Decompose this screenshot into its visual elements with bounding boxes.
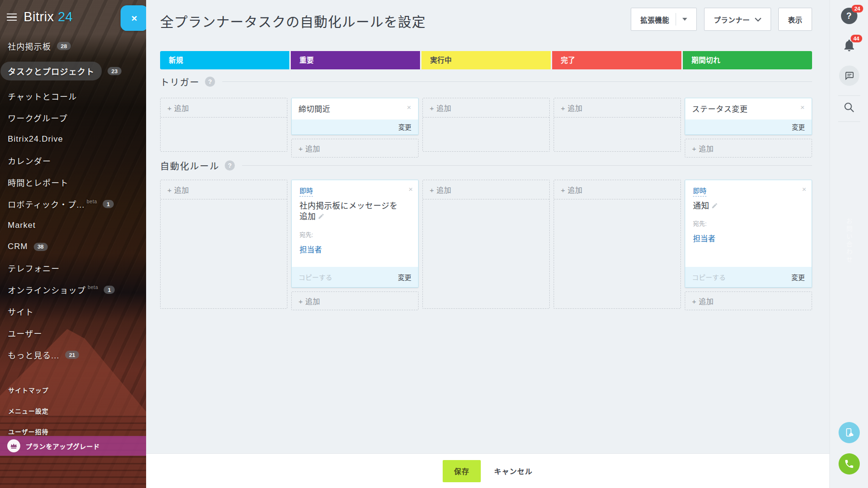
automation-grid: + 追加 × 即時 社内掲示板にメッセージを追加 宛先: 担当者 コピーする 変… xyxy=(160,180,812,309)
add-automation-button[interactable]: + 追加 xyxy=(161,180,287,199)
automation-section-header: 自動化ルール ? xyxy=(160,159,812,172)
counter-badge: 1 xyxy=(104,286,114,294)
sidebar: Bitrix 24 × 社内掲示板 28 タスクとプロジェクト 23 チャットと… xyxy=(0,0,146,488)
sidebar-item-workgroups[interactable]: ワークグループ xyxy=(0,107,146,129)
counter-badge: 28 xyxy=(57,42,71,50)
add-automation-button[interactable]: + 追加 xyxy=(554,180,680,199)
sidebar-item-sitemap[interactable]: サイトマップ xyxy=(0,380,146,400)
change-link[interactable]: 変更 xyxy=(792,122,805,132)
when-link[interactable]: 即時 xyxy=(693,185,706,197)
sidebar-item-calendar[interactable]: カレンダー xyxy=(0,150,146,171)
search-icon xyxy=(843,101,855,114)
rail-divider xyxy=(838,121,860,122)
upgrade-plan-button[interactable]: プランをアップグレード xyxy=(0,436,146,456)
chevron-down-icon xyxy=(755,17,761,22)
help-badge: 24 xyxy=(852,5,863,13)
kanban-status-headers: 新規 重要 実行中 完了 期間切れ xyxy=(160,51,812,69)
sidebar-item-market[interactable]: Market xyxy=(0,215,146,236)
sidebar-item-more[interactable]: もっと見る... 21 xyxy=(0,344,146,366)
add-automation-button[interactable]: + 追加 xyxy=(423,180,549,199)
help-icon[interactable]: ? xyxy=(205,77,215,87)
cancel-button[interactable]: キャンセル xyxy=(494,466,533,476)
mobile-app-button[interactable] xyxy=(839,422,860,443)
notifications-button[interactable]: 44 xyxy=(842,38,856,55)
sidebar-item-crm[interactable]: CRM 38 xyxy=(0,236,146,257)
assignee-link[interactable]: 担当者 xyxy=(693,233,716,243)
main-content: 全プランナータスクの自動化ルールを設定 拡張機能 プランナー 表示 新規 重要 … xyxy=(146,0,829,488)
trigger-column-important: 締切間近 × 変更 + 追加 xyxy=(291,98,419,158)
add-trigger-button[interactable]: + 追加 xyxy=(291,139,419,158)
sidebar-footer-nav: サイトマップ メニュー設定 ユーザー招待 xyxy=(0,380,146,442)
sidebar-item-rpa[interactable]: ロボティック・プ... beta 1 xyxy=(0,193,146,215)
close-icon: × xyxy=(131,13,137,24)
recipient-label: 宛先: xyxy=(299,230,410,239)
add-trigger-button[interactable]: + 追加 xyxy=(554,98,680,118)
sidebar-item-telephony[interactable]: テレフォニー xyxy=(0,257,146,279)
toolbar: 拡張機能 プランナー 表示 xyxy=(631,8,812,31)
change-link[interactable]: 変更 xyxy=(791,272,805,282)
close-icon[interactable]: × xyxy=(802,185,806,193)
automation-section-title: 自動化ルール xyxy=(160,159,219,172)
recipient-label: 宛先: xyxy=(693,219,804,228)
automation-column-new: + 追加 xyxy=(160,180,287,309)
trigger-card-title: ステータス変更 xyxy=(692,103,748,114)
status-column-in-progress: 実行中 xyxy=(421,51,551,69)
rail-divider xyxy=(838,95,860,96)
trigger-section-title: トリガー xyxy=(160,75,200,88)
close-icon[interactable]: × xyxy=(407,104,411,111)
when-link[interactable]: 即時 xyxy=(299,185,313,197)
help-button[interactable]: ? 24 xyxy=(841,8,857,24)
change-link[interactable]: 変更 xyxy=(398,122,411,132)
status-column-new: 新規 xyxy=(160,51,289,69)
chat-icon xyxy=(839,66,859,86)
trigger-column-overdue: ステータス変更 × 変更 + 追加 xyxy=(685,98,812,158)
automation-card: × 即時 通知 宛先: 担当者 コピーする 変更 xyxy=(685,180,812,288)
search-button[interactable] xyxy=(843,101,855,116)
status-column-overdue: 期間切れ xyxy=(683,51,812,69)
beta-tag: beta xyxy=(87,199,97,204)
sidebar-item-sites[interactable]: サイト xyxy=(0,301,146,322)
automation-card: × 即時 社内掲示板にメッセージを追加 宛先: 担当者 コピーする 変更 xyxy=(291,180,419,288)
edit-icon[interactable] xyxy=(711,201,718,211)
add-trigger-button[interactable]: + 追加 xyxy=(423,98,549,118)
page-title: 全プランナータスクの自動化ルールを設定 xyxy=(160,12,426,31)
caret-down-icon[interactable] xyxy=(682,18,687,21)
copy-link[interactable]: コピーする xyxy=(298,272,332,282)
close-icon[interactable]: × xyxy=(408,185,413,193)
telephony-button[interactable] xyxy=(839,453,860,475)
sidebar-item-menu-settings[interactable]: メニュー設定 xyxy=(0,400,146,421)
menu-icon[interactable] xyxy=(7,13,17,21)
messenger-button[interactable] xyxy=(839,66,859,86)
change-link[interactable]: 変更 xyxy=(398,272,411,282)
sidebar-item-livefeed[interactable]: 社内掲示板 28 xyxy=(0,35,146,57)
sidebar-item-time-reports[interactable]: 時間とレポート xyxy=(0,171,146,193)
section-divider xyxy=(222,81,812,82)
sidebar-item-users[interactable]: ユーザー xyxy=(0,322,146,344)
counter-badge: 38 xyxy=(34,243,48,251)
edit-icon[interactable] xyxy=(318,211,325,222)
contact-vertical-tab[interactable]: お問い合わせ xyxy=(844,218,854,264)
save-button[interactable]: 保存 xyxy=(443,460,480,482)
trigger-card: 締切間近 × 変更 xyxy=(291,98,419,135)
close-icon[interactable]: × xyxy=(800,104,805,111)
sidebar-close-button[interactable]: × xyxy=(121,5,146,31)
sidebar-item-tasks[interactable]: タスクとプロジェクト 23 xyxy=(0,57,146,85)
add-trigger-button[interactable]: + 追加 xyxy=(685,139,812,158)
sidebar-item-chat[interactable]: チャットとコール xyxy=(0,85,146,107)
add-trigger-button[interactable]: + 追加 xyxy=(161,98,287,118)
trigger-card-title: 締切間近 xyxy=(298,103,330,114)
add-automation-button[interactable]: + 追加 xyxy=(685,291,812,310)
help-icon[interactable]: ? xyxy=(225,160,235,171)
automation-card-title: 社内掲示板にメッセージを追加 xyxy=(299,200,401,223)
counter-badge: 23 xyxy=(108,67,122,75)
extensions-button[interactable]: 拡張機能 xyxy=(631,8,697,31)
planner-selector-button[interactable]: プランナー xyxy=(704,8,771,31)
add-automation-button[interactable]: + 追加 xyxy=(291,291,419,310)
assignee-link[interactable]: 担当者 xyxy=(299,244,322,254)
sidebar-item-drive[interactable]: Bitrix24.Drive xyxy=(0,129,146,150)
automation-card-title: 通知 xyxy=(693,200,794,211)
sidebar-item-online-store[interactable]: オンラインショップ beta 1 xyxy=(0,279,146,301)
view-button[interactable]: 表示 xyxy=(778,8,812,31)
copy-link[interactable]: コピーする xyxy=(692,272,726,282)
automation-column-important: × 即時 社内掲示板にメッセージを追加 宛先: 担当者 コピーする 変更 + 追… xyxy=(291,180,419,310)
